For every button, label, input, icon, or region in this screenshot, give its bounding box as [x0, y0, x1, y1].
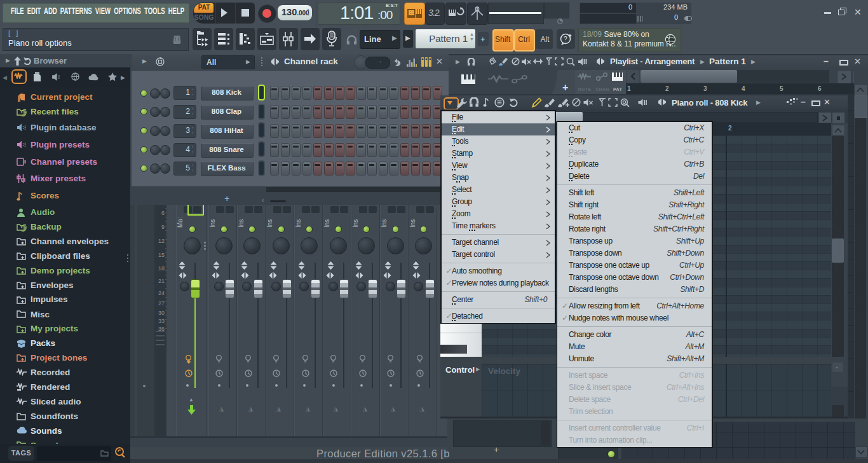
svg-text:?: ?: [564, 36, 567, 43]
